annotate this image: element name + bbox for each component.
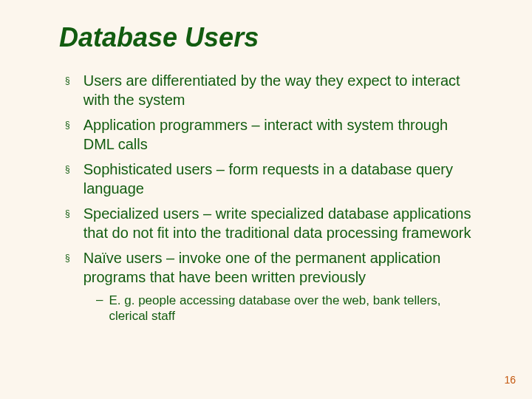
sub-bullet-list: – E. g. people accessing database over t… bbox=[52, 293, 480, 324]
bullet-icon: § bbox=[65, 75, 70, 86]
dash-icon: – bbox=[96, 293, 103, 307]
bullet-text: Naïve users – invoke one of the permanen… bbox=[83, 248, 480, 287]
bullet-icon: § bbox=[65, 120, 70, 130]
bullet-icon: § bbox=[65, 164, 70, 174]
bullet-text: Sophisticated users – form requests in a… bbox=[83, 160, 480, 198]
bullet-list: § Users are differentiated by the way th… bbox=[52, 71, 480, 287]
list-item: § Users are differentiated by the way th… bbox=[65, 71, 480, 109]
list-item: § Sophisticated users – form requests in… bbox=[65, 160, 480, 198]
list-item: § Application programmers – interact wit… bbox=[65, 115, 480, 154]
bullet-text: Specialized users – write specialized da… bbox=[83, 204, 480, 242]
sub-list-item: – E. g. people accessing database over t… bbox=[96, 293, 480, 324]
bullet-text: Application programmers – interact with … bbox=[83, 115, 480, 154]
sub-bullet-text: E. g. people accessing database over the… bbox=[109, 293, 480, 324]
list-item: § Naïve users – invoke one of the perman… bbox=[65, 248, 480, 287]
bullet-text: Users are differentiated by the way they… bbox=[83, 71, 480, 109]
page-number: 16 bbox=[504, 374, 516, 386]
bullet-icon: § bbox=[65, 208, 70, 219]
bullet-icon: § bbox=[65, 253, 70, 263]
list-item: § Specialized users – write specialized … bbox=[65, 204, 480, 242]
slide-title: Database Users bbox=[59, 22, 480, 53]
